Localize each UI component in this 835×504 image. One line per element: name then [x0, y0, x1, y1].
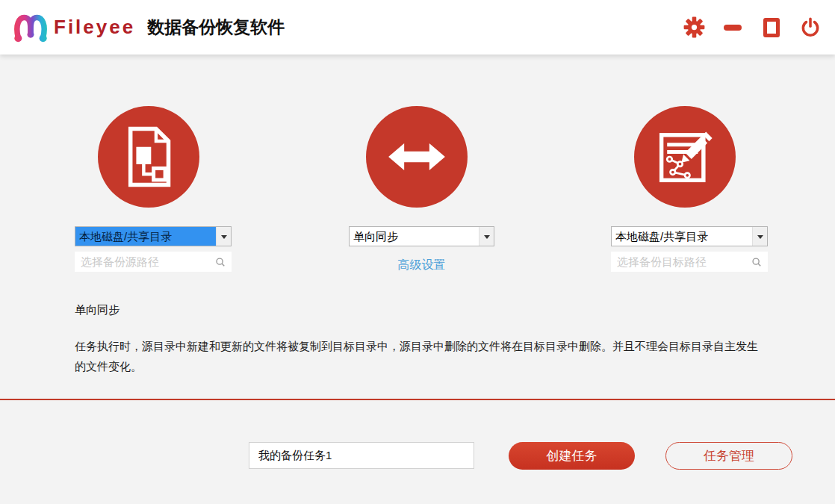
chevron-down-icon[interactable]	[216, 227, 231, 246]
title-bar: Fileyee 数据备份恢复软件	[0, 0, 835, 55]
app-window: Fileyee 数据备份恢复软件	[0, 0, 835, 504]
target-type-select[interactable]: 本地磁盘/共享目录	[611, 226, 768, 246]
note-pencil-icon	[634, 106, 736, 208]
minimize-icon[interactable]	[721, 16, 744, 39]
chevron-down-icon[interactable]	[752, 227, 767, 246]
chevron-down-icon[interactable]	[479, 227, 494, 246]
brand-name: Fileyee	[54, 16, 135, 39]
advanced-settings-link[interactable]: 高级设置	[349, 258, 494, 273]
sync-mode-select[interactable]: 单向同步	[349, 226, 494, 246]
fileyee-logo-icon	[12, 9, 49, 46]
search-icon[interactable]	[751, 257, 762, 267]
target-path-input[interactable]	[611, 255, 751, 268]
sync-mode-value: 单向同步	[350, 227, 479, 246]
red-divider	[0, 399, 835, 400]
manage-tasks-button[interactable]: 任务管理	[665, 442, 792, 470]
search-icon[interactable]	[215, 257, 226, 267]
source-path-input[interactable]	[75, 255, 215, 268]
source-path-field	[75, 252, 232, 272]
double-arrow-icon	[366, 106, 468, 208]
target-type-value: 本地磁盘/共享目录	[612, 227, 752, 246]
sync-mode-title: 单向同步	[75, 303, 119, 317]
target-path-field	[611, 252, 768, 272]
app-title: 数据备份恢复软件	[147, 16, 285, 39]
gear-icon[interactable]	[683, 16, 705, 39]
source-type-select[interactable]: 本地磁盘/共享目录	[75, 226, 232, 246]
power-icon[interactable]	[799, 16, 822, 39]
sync-mode-description: 任务执行时，源目录中新建和更新的文件将被复制到目标目录中，源目录中删除的文件将在…	[75, 336, 760, 376]
titlebar-actions	[683, 16, 835, 39]
create-task-button[interactable]: 创建任务	[509, 442, 635, 470]
flowchart-document-icon	[98, 106, 199, 208]
maximize-icon[interactable]	[760, 16, 783, 39]
source-type-value: 本地磁盘/共享目录	[75, 227, 216, 246]
task-name-input[interactable]	[249, 442, 474, 469]
